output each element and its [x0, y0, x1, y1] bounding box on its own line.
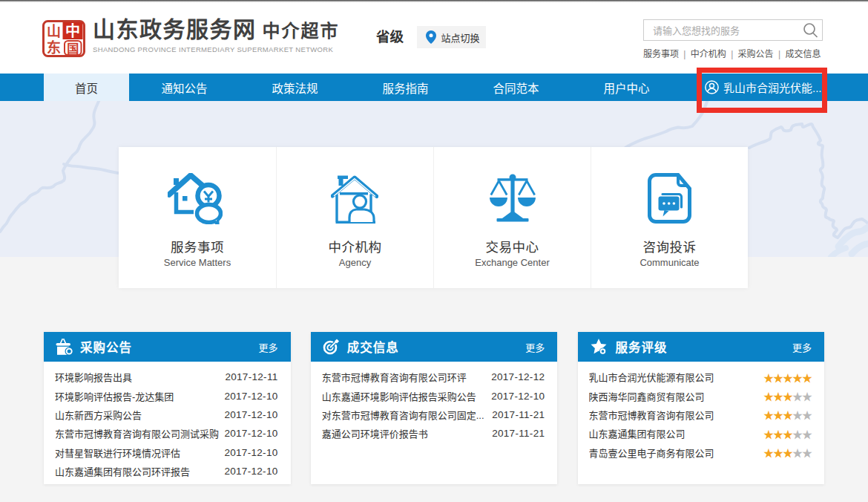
svg-text:东: 东 [47, 39, 61, 56]
svg-text:中: 中 [65, 22, 80, 39]
svg-text:山: 山 [47, 24, 61, 39]
svg-text:国: 国 [67, 42, 79, 55]
